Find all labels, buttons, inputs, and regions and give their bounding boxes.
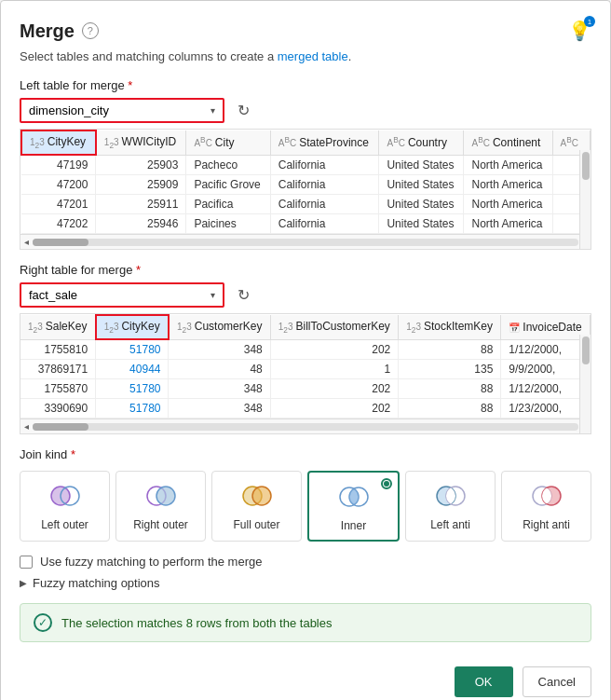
- right-table-vscroll[interactable]: [579, 335, 591, 433]
- fuzzy-row: Use fuzzy matching to perform the merge: [20, 555, 591, 569]
- right-outer-icon: [144, 479, 178, 513]
- left-table-vscroll[interactable]: [579, 150, 591, 249]
- right-data-table: 123SaleKey 123CityKey 123CustomerKey 123…: [20, 314, 591, 419]
- right-col-salekey[interactable]: 123SaleKey: [20, 315, 96, 339]
- dialog-subtitle: Select tables and matching columns to cr…: [20, 49, 591, 63]
- fuzzy-expand[interactable]: ▶ Fuzzy matching options: [20, 576, 591, 590]
- inner-icon: [337, 480, 371, 514]
- fuzzy-expand-label: Fuzzy matching options: [33, 576, 160, 590]
- right-table-refresh-btn[interactable]: ↻: [232, 284, 255, 306]
- ok-button[interactable]: OK: [455, 666, 513, 697]
- join-full-outer[interactable]: Full outer: [211, 471, 302, 542]
- right-col-citykey[interactable]: 123CityKey: [96, 315, 169, 339]
- table-row: 47201 25911 Pacifica California United S…: [21, 195, 591, 214]
- right-col-customerkey[interactable]: 123CustomerKey: [169, 315, 270, 339]
- left-col-stateprovince[interactable]: ABCStateProvince: [270, 130, 379, 155]
- left-col-citykey[interactable]: 123CityKey: [21, 130, 96, 155]
- left-table-label: Left table for merge *: [20, 78, 591, 92]
- merge-dialog: Merge ? 💡 1 Select tables and matching c…: [0, 0, 611, 700]
- join-options: Left outer Right outer Full outer: [20, 471, 591, 542]
- fuzzy-expand-chevron: ▶: [20, 578, 27, 588]
- right-col-invoicedate[interactable]: 📅InvoiceDate: [501, 315, 591, 339]
- left-table-refresh-btn[interactable]: ↻: [232, 100, 255, 121]
- join-left-outer-label: Left outer: [41, 518, 88, 531]
- join-left-outer[interactable]: Left outer: [20, 471, 110, 542]
- table-row: 47199 25903 Pacheco California United St…: [21, 155, 591, 175]
- left-col-city[interactable]: ABCCity: [186, 130, 270, 155]
- left-col-continent[interactable]: ABCContinent: [464, 130, 552, 155]
- dialog-footer: OK Cancel: [20, 657, 591, 697]
- left-anti-icon: [434, 479, 468, 513]
- right-table-container: 123SaleKey 123CityKey 123CustomerKey 123…: [20, 313, 591, 434]
- title-row: Merge ?: [20, 21, 99, 42]
- lightbulb-badge: 1: [584, 16, 595, 27]
- dialog-title: Merge: [20, 21, 75, 42]
- left-table-dropdown-row: dimension_city ▾ ↻: [20, 98, 591, 123]
- right-dropdown-chevron: ▾: [210, 290, 215, 300]
- left-outer-icon: [48, 479, 82, 513]
- join-required: *: [71, 447, 75, 461]
- table-row: 47200 25909 Pacific Grove California Uni…: [21, 175, 591, 195]
- cancel-button[interactable]: Cancel: [523, 666, 591, 697]
- svg-point-5: [252, 487, 271, 505]
- left-dropdown-chevron: ▾: [210, 105, 215, 116]
- left-table-hscroll[interactable]: ◂ ▸: [20, 234, 591, 249]
- right-table-dropdown-row: fact_sale ▾ ↻: [20, 282, 591, 308]
- fuzzy-checkbox[interactable]: [20, 556, 33, 569]
- right-table-hscroll[interactable]: ◂ ▸: [20, 419, 591, 433]
- left-table-container: 123CityKey 123WWICityID ABCCity ABCState…: [20, 129, 591, 250]
- success-icon: ✓: [34, 613, 52, 632]
- fuzzy-label: Use fuzzy matching to perform the merge: [40, 555, 262, 569]
- join-right-outer-label: Right outer: [133, 518, 188, 531]
- svg-point-3: [156, 487, 175, 505]
- table-row: 37869171 40944 48 1 135 9/9/2000,: [20, 360, 591, 379]
- right-required: *: [136, 263, 141, 277]
- join-right-anti-label: Right anti: [523, 518, 570, 531]
- dialog-header: Merge ? 💡 1: [20, 20, 591, 42]
- right-anti-icon: [530, 479, 563, 513]
- lightbulb-container: 💡 1: [568, 20, 591, 42]
- join-right-anti[interactable]: Right anti: [501, 471, 591, 542]
- join-inner[interactable]: Inner: [307, 471, 400, 542]
- table-row: 3390690 51780 348 202 88 1/23/2000,: [20, 399, 591, 419]
- right-table-dropdown[interactable]: fact_sale ▾: [20, 282, 224, 308]
- help-icon[interactable]: ?: [82, 22, 99, 39]
- join-left-anti[interactable]: Left anti: [405, 471, 496, 542]
- table-row: 1755870 51780 348 202 88 1/12/2000,: [20, 379, 591, 399]
- inner-radio-dot: [381, 478, 392, 489]
- left-table-dropdown[interactable]: dimension_city ▾: [20, 98, 224, 123]
- left-col-wwicityid[interactable]: 123WWICityID: [96, 130, 186, 155]
- join-left-anti-label: Left anti: [430, 518, 470, 531]
- merged-table-link[interactable]: merged table: [278, 49, 348, 63]
- join-kind-label: Join kind *: [20, 447, 591, 461]
- join-right-outer[interactable]: Right outer: [115, 471, 206, 542]
- join-inner-label: Inner: [341, 519, 366, 532]
- left-col-country[interactable]: ABCCountry: [379, 130, 464, 155]
- left-scroll-left[interactable]: ◂: [24, 237, 29, 247]
- left-data-table: 123CityKey 123WWICityID ABCCity ABCState…: [20, 130, 591, 234]
- success-banner: ✓ The selection matches 8 rows from both…: [20, 603, 591, 642]
- table-row: 1755810 51780 348 202 88 1/12/2000,: [20, 339, 591, 360]
- join-full-outer-label: Full outer: [233, 518, 279, 531]
- right-col-billtocustomerkey[interactable]: 123BillToCustomerKey: [270, 315, 399, 339]
- full-outer-icon: [240, 479, 274, 513]
- right-table-label: Right table for merge *: [20, 263, 591, 277]
- table-row: 47202 25946 Paicines California United S…: [21, 214, 591, 234]
- left-required: *: [128, 78, 132, 92]
- right-scroll-left[interactable]: ◂: [24, 421, 29, 432]
- right-col-stockitemkey[interactable]: 123StockItemKey: [399, 315, 501, 339]
- success-message: The selection matches 8 rows from both t…: [61, 616, 332, 630]
